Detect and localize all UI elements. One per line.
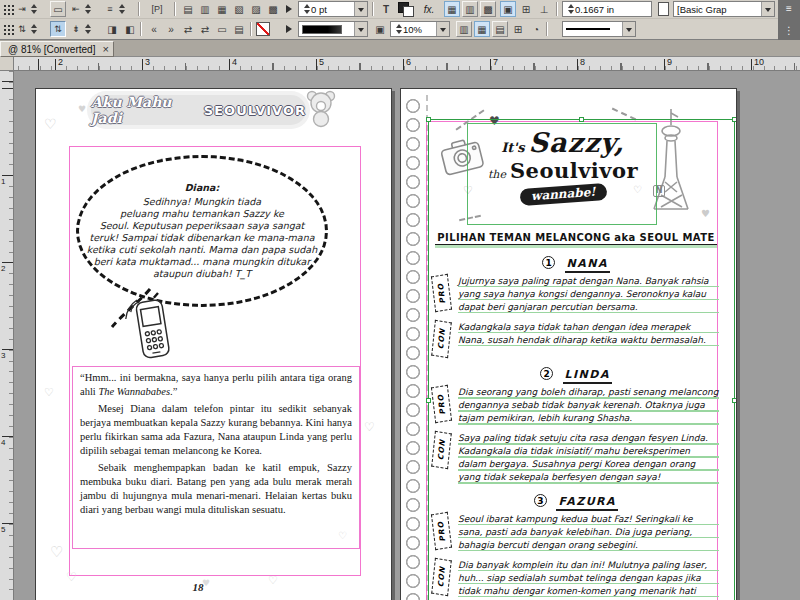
- separator: [556, 2, 557, 16]
- distribute-left-button[interactable]: [231, 1, 247, 17]
- indent-left-icon: [16, 4, 28, 14]
- paragraph-style-icon[interactable]: [144, 1, 170, 17]
- page-right[interactable]: N It'sSazzy, theSeoulvivor wannabe! PILI…: [400, 88, 737, 600]
- pasteboard[interactable]: Aku Mahu Jadi SEOULVIVOR Dia: [14, 71, 800, 600]
- frame-fitting-button[interactable]: [462, 1, 478, 17]
- bubble-line: beri kata muktamad... mana mungkin dituk…: [94, 256, 311, 268]
- constrain-proportions-toggle[interactable]: [50, 21, 66, 37]
- space-before-spinner[interactable]: [104, 1, 126, 17]
- ruler-number: 9: [667, 57, 672, 67]
- ruler-number: 5: [319, 57, 324, 67]
- body-text-frame[interactable]: “Hmm... ini bermakna, saya hanya perlu p…: [72, 366, 360, 549]
- dropdown-arrow-icon[interactable]: [761, 2, 774, 16]
- stroke-none-swatch-icon[interactable]: [256, 22, 270, 36]
- bubble-line: peluang mahu temankan Sazzy ke: [120, 208, 284, 220]
- rotate-cw-button[interactable]: [163, 21, 179, 37]
- heart-icon: [50, 545, 63, 560]
- tint-icon[interactable]: [372, 21, 388, 37]
- flyout-arrow-icon[interactable]: [286, 5, 296, 13]
- weight-field[interactable]: 0.1667 in: [562, 1, 652, 17]
- bubble-speaker: Diana:: [185, 182, 220, 194]
- separator: [174, 2, 175, 16]
- rotate-ccw-button[interactable]: [146, 21, 162, 37]
- text-wrap-button[interactable]: [378, 1, 394, 17]
- screen-mode-button[interactable]: [474, 21, 490, 37]
- ruler-number: 4: [1, 438, 5, 447]
- select-content-button[interactable]: [231, 21, 247, 37]
- paragraph-italic-phrase: The Wannababes: [98, 386, 170, 397]
- opacity-icon[interactable]: [528, 21, 544, 37]
- distribute-hcenter-button[interactable]: [248, 1, 264, 17]
- page-proxy-icon[interactable]: [658, 2, 669, 16]
- space-before-icon: [104, 4, 116, 14]
- heart-icon: [44, 387, 54, 398]
- stroke-type-combo[interactable]: [562, 21, 636, 37]
- panel-menu-button[interactable]: ≡⋮: [778, 0, 800, 40]
- page-left[interactable]: Aku Mahu Jadi SEOULVIVOR Dia: [35, 88, 392, 600]
- reference-point-proxy-icon[interactable]: [3, 4, 14, 15]
- fill-stroke-swatch-icon[interactable]: [398, 2, 413, 16]
- ruler-origin-box[interactable]: [0, 57, 14, 71]
- reference-point-proxy-icon[interactable]: [3, 24, 14, 35]
- fill-color-combo[interactable]: [298, 21, 368, 37]
- grid-snap-button[interactable]: [510, 21, 526, 37]
- offset-field-value: 0 pt: [311, 4, 327, 15]
- selection-handle[interactable]: [579, 117, 584, 122]
- heart-icon: [78, 105, 86, 114]
- scallop-border: [403, 97, 423, 600]
- grid-view-button[interactable]: [444, 1, 460, 17]
- distribute-vcenter-button[interactable]: [197, 1, 213, 17]
- ruler-major-ticks: [0, 59, 800, 70]
- vertical-ruler[interactable]: 1 2 3 4 5: [0, 71, 14, 600]
- preview-mode-button[interactable]: [500, 1, 516, 17]
- flip-horizontal-button[interactable]: [104, 21, 120, 37]
- distribute-top-button[interactable]: [180, 1, 196, 17]
- dropdown-arrow-icon[interactable]: [436, 22, 449, 36]
- distribute-bottom-button[interactable]: [214, 1, 230, 17]
- align-baseline-button[interactable]: [536, 1, 552, 17]
- paragraph: Mesej Diana dalam telefon pintar itu sed…: [80, 402, 352, 458]
- chapter-header: Aku Mahu Jadi SEOULVIVOR: [91, 95, 306, 125]
- dropdown-arrow-icon[interactable]: [354, 2, 367, 16]
- selection-handle[interactable]: [426, 117, 431, 122]
- bubble-line: ketika cuti sekolah nanti. Mama dan papa…: [87, 244, 317, 256]
- align-frame-button[interactable]: [50, 1, 66, 17]
- distribute-right-button[interactable]: [265, 1, 281, 17]
- phone-illustration: [117, 293, 187, 370]
- select-container-button[interactable]: [214, 21, 230, 37]
- dropdown-arrow-icon[interactable]: [354, 22, 367, 36]
- dropdown-arrow-icon[interactable]: [622, 22, 635, 36]
- ruler-number: 2: [1, 264, 5, 273]
- shear-button[interactable]: [197, 21, 213, 37]
- indent-right-spinner[interactable]: [70, 1, 92, 17]
- tint-field[interactable]: 10%: [390, 21, 450, 37]
- swap-fill-stroke-button[interactable]: [180, 21, 196, 37]
- flyout-arrow-icon[interactable]: [286, 25, 296, 33]
- selection-handle[interactable]: [426, 398, 431, 403]
- effects-button[interactable]: fx.: [418, 1, 440, 17]
- speech-bubble: Diana: Sedihnya! Mungkin tiada peluang m…: [76, 155, 328, 307]
- flip-vertical-button[interactable]: [122, 21, 138, 37]
- page-number: 18: [176, 581, 220, 593]
- indent-right-icon: [70, 4, 82, 14]
- paragraph-text: .”: [170, 386, 177, 397]
- scale-x-spinner[interactable]: [16, 21, 38, 37]
- scale-y-spinner[interactable]: [70, 21, 92, 37]
- horizontal-ruler[interactable]: 2 3 4 5 6 7 8 9 10: [0, 57, 800, 71]
- baseline-grid-button[interactable]: [518, 1, 534, 17]
- paragraph: Sebaik menghempapkan badan ke katil empu…: [80, 461, 352, 517]
- selection-handle[interactable]: [732, 117, 737, 122]
- ruler-number: 3: [145, 57, 150, 67]
- tint-field-value: 10%: [403, 24, 422, 35]
- bubble-line: teruk! Sampai tidak dibenarkan ke mana-m…: [90, 232, 315, 244]
- close-tab-icon[interactable]: ×: [102, 44, 108, 54]
- overprint-button[interactable]: [456, 21, 472, 37]
- display-quality-button[interactable]: [492, 21, 508, 37]
- corner-options-button[interactable]: [480, 1, 496, 17]
- offset-field[interactable]: 0 pt: [298, 1, 368, 17]
- object-style-combo[interactable]: [Basic Grap: [673, 1, 775, 17]
- document-tab[interactable]: @ 81% [Converted] ×: [0, 41, 114, 57]
- selection-handle[interactable]: [732, 398, 737, 403]
- indent-left-spinner[interactable]: [16, 1, 38, 17]
- selection-frame[interactable]: [428, 119, 735, 600]
